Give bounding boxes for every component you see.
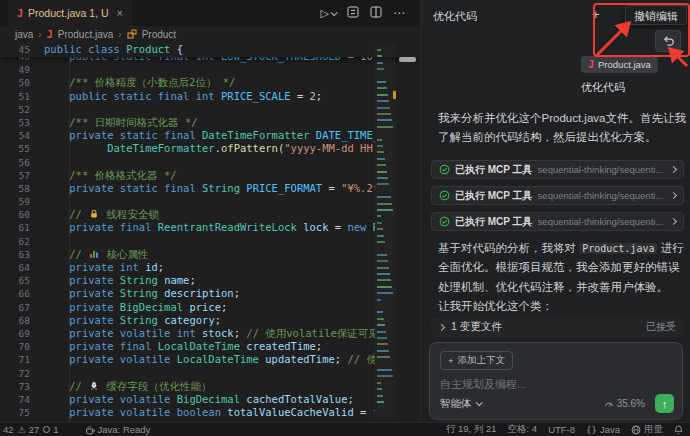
code-line-59[interactable]: 59 <box>0 195 420 208</box>
indent-setting[interactable]: 空格: 4 <box>508 423 538 436</box>
code-line-70[interactable]: 70 private final LocalDateTime createdTi… <box>0 340 420 353</box>
encoding[interactable]: UTF-8 <box>548 424 575 435</box>
code-token: private final <box>44 340 158 352</box>
code-line-75[interactable]: 75 private volatile boolean totalValueCa… <box>0 406 420 419</box>
line-number: 55 <box>0 142 44 155</box>
code-line-57[interactable]: 57 /** 价格格式化器 */ <box>0 169 420 182</box>
info-count[interactable]: 1 <box>43 424 58 435</box>
minimap-line <box>377 311 383 313</box>
line-number: 67 <box>0 301 44 314</box>
code-text <box>44 103 375 116</box>
language-mode[interactable]: {}Java <box>586 424 620 435</box>
code-token: 核心属性 <box>100 248 148 260</box>
code-line-52[interactable]: 52 <box>0 103 420 116</box>
sync-editor-icon[interactable] <box>347 4 359 22</box>
code-line-68[interactable]: 68 private String category; <box>0 314 420 327</box>
undo-edit-button[interactable] <box>655 30 681 52</box>
minimap-line <box>377 215 381 217</box>
code-token: category <box>164 314 215 326</box>
minimap-line <box>377 158 385 160</box>
new-chat-icon[interactable]: + <box>592 7 600 22</box>
chevron-right-icon <box>670 192 677 199</box>
scrollbar-thumb[interactable] <box>399 57 416 62</box>
chevron-right-icon <box>670 166 677 173</box>
file-reference-chip[interactable]: J Product.java <box>581 56 658 73</box>
minimap-line <box>377 55 382 57</box>
code-line-54[interactable]: 54 private static final DateTimeFormatte… <box>0 129 420 142</box>
notifications-bell[interactable] <box>674 425 683 435</box>
minimap-line <box>377 151 384 153</box>
minimap-line <box>377 331 386 333</box>
line-number: 50 <box>0 76 44 89</box>
code-line-69[interactable]: 69 private volatile int stock; // 使用vola… <box>0 327 420 340</box>
code-line-56[interactable]: 56 <box>0 156 420 169</box>
chat-input[interactable] <box>440 376 670 392</box>
mcp-tool-card[interactable]: 已执行 MCP 工具sequential-thinking/sequenti..… <box>431 186 684 205</box>
breadcrumb-file[interactable]: Product.java <box>58 29 114 40</box>
add-context-chip[interactable]: + 添加上下文 <box>440 351 513 370</box>
breadcrumb-symbol[interactable]: Product <box>142 29 176 40</box>
agent-mode-selector[interactable]: 智能体 <box>440 397 472 411</box>
code-line-53[interactable]: 53 /** 日期时间格式化器 */ <box>0 116 420 129</box>
cursor-position[interactable]: 行 19, 列 21 <box>446 423 497 436</box>
line-number: 52 <box>0 103 44 116</box>
code-line-60[interactable]: 60 // 线程安全锁 <box>0 208 420 221</box>
code-token: DateTimeFormatter <box>107 142 214 154</box>
code-line-76[interactable]: 76 <box>0 419 420 422</box>
send-button[interactable]: ↑ <box>655 394 674 413</box>
code-line-55[interactable]: 55 DateTimeFormatter.ofPattern("yyyy-MM-… <box>0 142 420 155</box>
code-line-63[interactable]: 63 // 核心属性 <box>0 248 420 261</box>
code-token: id <box>145 261 158 273</box>
code-line-61[interactable]: 61 private final ReentrantReadWriteLock … <box>0 221 420 234</box>
breadcrumb-folder[interactable]: java <box>15 29 33 40</box>
code-token: private <box>44 301 120 313</box>
code-line-71[interactable]: 71 private volatile LocalDateTime update… <box>0 353 420 366</box>
chevron-down-icon <box>475 399 482 406</box>
code-line-73[interactable]: 73 // 缓存字段（优化性能） <box>0 380 420 393</box>
split-editor-icon[interactable] <box>370 4 382 22</box>
code-line-58[interactable]: 58 private static final String PRICE_FOR… <box>0 182 420 195</box>
minimap-line <box>377 324 385 326</box>
code-line-74[interactable]: 74 private volatile BigDecimal cachedTot… <box>0 393 420 406</box>
code-token: cachedTotalValue <box>246 393 347 405</box>
code-token: totalValueCacheValid <box>227 406 353 418</box>
code-line-66[interactable]: 66 private String description; <box>0 287 420 300</box>
changed-files-row[interactable]: 1 变更文件 已接受 <box>431 317 684 337</box>
code-line-50[interactable]: 50 /** 价格精度（小数点后2位） */ <box>0 76 420 89</box>
line-number: 66 <box>0 287 44 300</box>
minimap-line <box>377 356 390 358</box>
java-status[interactable]: Java: Ready <box>85 424 151 435</box>
code-line-51[interactable]: 51 public static final int PRICE_SCALE =… <box>0 90 420 103</box>
code-line-64[interactable]: 64 private int id; <box>0 261 420 274</box>
mcp-tool-card[interactable]: 已执行 MCP 工具sequential-thinking/sequenti..… <box>431 160 684 179</box>
chat-input-box[interactable]: + 添加上下文 智能体 35.6% ↑ <box>429 342 683 420</box>
code-token: = <box>322 182 341 194</box>
breadcrumb: java › J Product.java › Product <box>0 26 420 43</box>
gauge-icon <box>604 399 614 408</box>
minimap[interactable] <box>375 45 396 417</box>
tab-product-java[interactable]: J Product.java 1, U × <box>8 0 133 26</box>
code-token: // 使用volatile保证可见性 <box>246 327 375 339</box>
code-line-49[interactable]: 49 <box>0 63 420 76</box>
code-line-72[interactable]: 72 <box>0 367 420 380</box>
sticky-scroll-line[interactable]: 45 public class Product { <box>0 43 420 57</box>
code-text: private volatile BigDecimal cachedTotalV… <box>44 393 375 406</box>
code-token: BigDecimal <box>177 393 240 405</box>
code-editor[interactable]: 48 public static final int LOW_STOCK_THR… <box>0 43 420 422</box>
code-text: /** 日期时间格式化器 */ <box>44 116 375 129</box>
run-button[interactable]: ▷ <box>321 7 336 20</box>
more-actions-icon[interactable]: ⋯ <box>393 6 406 20</box>
code-line-67[interactable]: 67 private BigDecimal price; <box>0 301 420 314</box>
code-line-65[interactable]: 65 private String name; <box>0 274 420 287</box>
minimap-line <box>377 235 384 237</box>
status-right: 行 19, 列 21 空格: 4 UTF-8 {}Java 用量 <box>446 423 690 436</box>
close-icon[interactable]: × <box>117 7 123 19</box>
usage-item[interactable]: 用量 <box>631 423 663 436</box>
file-chip-label: Product.java <box>598 59 651 70</box>
play-icon: ▷ <box>321 7 329 20</box>
tool-card-label: 已执行 MCP 工具 <box>455 215 533 229</box>
warning-count[interactable]: ⚠27 <box>18 424 40 435</box>
error-count[interactable]: 42 <box>3 424 14 435</box>
code-line-62[interactable]: 62 <box>0 235 420 248</box>
mcp-tool-card[interactable]: 已执行 MCP 工具sequential-thinking/sequenti..… <box>431 212 684 231</box>
